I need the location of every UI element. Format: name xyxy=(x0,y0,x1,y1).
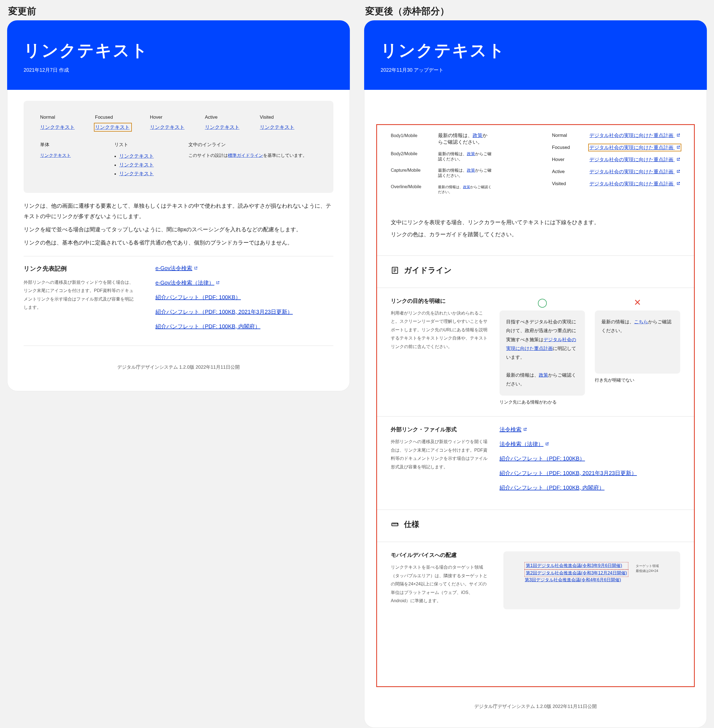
page-title-after: リンクテキスト xyxy=(381,39,690,62)
inline-prefix: このサイトの設計は xyxy=(188,153,228,158)
state-visited-label: Visited xyxy=(260,114,296,120)
inline-sentence: このサイトの設計は標準ガイドラインを基準にしています。 xyxy=(188,153,307,158)
ext-link-3[interactable]: 紹介パンフレット（PDF: 100KB, 2021年3月23日更新） xyxy=(155,308,333,316)
col-inline-label: 文中のインライン xyxy=(188,141,317,148)
mobile-desc: リンクテキストを並べる場合のターゲット領域（タッパブルエリア）は、隣接するターゲ… xyxy=(391,563,490,605)
ls-link-0[interactable]: デジタル社会の実現に向けた重点計画 xyxy=(590,133,680,138)
sample-link-visited[interactable]: リンクテキスト xyxy=(260,124,296,131)
external-link-icon xyxy=(194,266,198,270)
before-label: 変更前 xyxy=(0,0,357,20)
ext-heading-r: 外部リンク・ファイル形式 xyxy=(391,426,490,433)
spec-heading: 仕様 xyxy=(391,519,680,530)
list-link-1[interactable]: リンクテキスト xyxy=(119,153,154,159)
ls-link-1[interactable]: デジタル社会の実現に向けた重点計画 xyxy=(590,145,680,150)
external-link-icon xyxy=(676,170,680,173)
lead-p3: リンクの色は、基本色の中に定義されている各省庁共通の色であり、個別のブランドカラ… xyxy=(24,237,333,248)
ext-link-r-0[interactable]: 法令検索 xyxy=(500,426,680,433)
bodysize-link-0[interactable]: 政策 xyxy=(472,133,483,138)
external-link-icon xyxy=(676,182,680,185)
example-good-box: 目指すべきデジタル社会の実現に向けて、政府が迅速かつ重点的に実施すべき施策はデジ… xyxy=(500,311,585,396)
date-after: 2022年11月30 アップデート xyxy=(381,67,690,74)
bodysize-link-2[interactable]: 政策 xyxy=(467,168,475,173)
guideline-heading: ガイドライン xyxy=(391,265,680,276)
external-link-icon xyxy=(676,158,680,161)
sample-link-hover[interactable]: リンクテキスト xyxy=(150,124,186,131)
document-icon xyxy=(391,266,399,275)
ext-link-r-3[interactable]: 紹介パンフレット（PDF: 100KB, 2021年3月23日更新） xyxy=(500,470,680,477)
footer-left: デジタル庁デザインシステム 1.2.0版 2022年11月11日公開 xyxy=(24,354,333,380)
page-title: リンクテキスト xyxy=(24,39,333,62)
date-before: 2021年12月7日 作成 xyxy=(24,67,333,74)
bad-caption: 行き先が明確でない xyxy=(595,377,680,383)
external-link-icon xyxy=(523,428,527,431)
mobile-target-note: ターゲット領域 最低値は24×24 xyxy=(636,563,659,573)
footer-right: デジタル庁デザインシステム 1.2.0版 2022年11月11日公開 xyxy=(364,693,707,719)
card-after: リンクテキスト 2022年11月30 アップデート Body1/Mobile最新… xyxy=(364,20,707,728)
inline-link[interactable]: 標準ガイドライン xyxy=(228,153,263,158)
mobile-example-panel: 第1回デジタル社会推進会議(令和3年9月6日開催) 第2回デジタル社会推進会議(… xyxy=(503,551,680,609)
sample-link-focused[interactable]: リンクテキスト xyxy=(95,124,131,131)
mobile-link-0[interactable]: 第1回デジタル社会推進会議(令和3年9月6日開催) xyxy=(526,563,622,568)
mobile-link-2[interactable]: 第3回デジタル社会推進会議(令和4年6月6日開催) xyxy=(525,577,628,583)
link-states-panel: Normalリンクテキスト Focusedリンクテキスト Hoverリンクテキス… xyxy=(24,101,333,193)
ls-k0: Normal xyxy=(552,133,579,138)
bad-mark: ✕ xyxy=(595,297,680,308)
state-focused-label: Focused xyxy=(95,114,131,120)
state-hover-label: Hover xyxy=(150,114,186,120)
external-link-icon xyxy=(676,145,680,149)
ls-k3: Active xyxy=(552,169,579,174)
lead-p1: リンクは、他の画面に遷移する要素として、単独もしくはテキストの中で使われます。読… xyxy=(24,201,333,221)
good-caption: リンク先にある情報がわかる xyxy=(500,399,585,405)
external-link-list: e-Gov法令検索 e-Gov法令検索（法律） 紹介パンフレット（PDF: 10… xyxy=(155,264,333,337)
external-link-icon xyxy=(545,442,549,446)
ruler-icon xyxy=(391,520,399,528)
ext-link-list-r: 法令検索 法令検索（法律） 紹介パンフレット（PDF: 100KB） 紹介パンフ… xyxy=(500,426,680,498)
inline-note-2: リンクの色は、カラーガイドを踏襲してください。 xyxy=(391,229,680,240)
ext-link-r-1[interactable]: 法令検索（法律） xyxy=(500,440,680,448)
divider-2 xyxy=(24,345,333,346)
bodysize-k1: Body2/Mobile xyxy=(391,152,426,156)
ext-link-4[interactable]: 紹介パンフレット（PDF: 100KB, 内閣府） xyxy=(155,323,333,330)
purpose-heading: リンクの目的を明確に xyxy=(391,297,490,305)
ext-link-2[interactable]: 紹介パンフレット（PDF: 100KB） xyxy=(155,294,333,301)
ext-heading: リンク先表記例 xyxy=(24,264,136,273)
bodysize-link-3[interactable]: 政策 xyxy=(463,185,470,189)
bodysize-k3: Overline/Mobile xyxy=(391,184,426,189)
col-list-label: リスト xyxy=(114,141,161,148)
red-change-frame: Body1/Mobile最新の情報は、政策からご確認ください。 Body2/Mo… xyxy=(376,124,695,687)
card-before: リンクテキスト 2021年12月7日 作成 Normalリンクテキスト Focu… xyxy=(7,20,350,391)
purpose-desc: 利用者がリンクの先を訪れたいか決められること。スクリーンリーダーで理解しやすいこ… xyxy=(391,309,490,351)
ext-link-0[interactable]: e-Gov法令検索 xyxy=(155,264,333,272)
single-link[interactable]: リンクテキスト xyxy=(40,153,71,158)
bodysize-link-1[interactable]: 政策 xyxy=(467,152,475,156)
ls-link-2[interactable]: デジタル社会の実現に向けた重点計画 xyxy=(590,157,680,162)
ls-k2: Hover xyxy=(552,157,579,162)
bad-link[interactable]: こちら xyxy=(634,319,648,324)
bodysize-k2: Capture/Mobile xyxy=(391,168,426,173)
sample-link-normal[interactable]: リンクテキスト xyxy=(40,124,76,131)
ext-link-r-4[interactable]: 紹介パンフレット（PDF: 100KB, 内閣府） xyxy=(500,484,680,491)
ext-link-r-2[interactable]: 紹介パンフレット（PDF: 100KB） xyxy=(500,455,680,462)
mobile-link-1[interactable]: 第2回デジタル社会推進会議(令和3年12月24日開催) xyxy=(526,570,627,575)
state-normal-label: Normal xyxy=(40,114,76,120)
ls-link-4[interactable]: デジタル社会の実現に向けた重点計画 xyxy=(590,181,680,186)
ext-link-1[interactable]: e-Gov法令検索（法律） xyxy=(155,279,333,287)
ls-link-3[interactable]: デジタル社会の実現に向けた重点計画 xyxy=(590,169,680,174)
bodysize-k0: Body1/Mobile xyxy=(391,133,426,138)
mobile-heading: モバイルデバイスへの配慮 xyxy=(391,551,490,559)
good-mark: ◯ xyxy=(500,297,585,308)
sample-link-active[interactable]: リンクテキスト xyxy=(205,124,241,131)
example-bad-box: 最新の情報は、こちらからご確認ください。 xyxy=(595,311,680,374)
ls-k4: Visited xyxy=(552,181,579,186)
lead-p2: リンクを縦で並べる場合は間違ってタップしないように、間に8pxのスペーシングを入… xyxy=(24,224,333,235)
state-active-label: Active xyxy=(205,114,241,120)
list-link-3[interactable]: リンクテキスト xyxy=(119,171,154,176)
external-link-icon xyxy=(676,133,680,137)
header-before: リンクテキスト 2021年12月7日 作成 xyxy=(7,20,350,90)
good-link-2[interactable]: 政策 xyxy=(539,372,548,378)
link-list: リンクテキスト リンクテキスト リンクテキスト xyxy=(114,153,161,177)
after-label: 変更後（赤枠部分） xyxy=(357,0,714,20)
ext-desc-r: 外部リンクへの遷移及び新規ウィンドウを開く場合は、リンク末尾にアイコンを付けます… xyxy=(391,438,490,471)
ext-desc: 外部リンクへの遷移及び新規ウィンドウを開く場合は、リンク末尾にアイコンを付けます… xyxy=(24,278,136,312)
list-link-2[interactable]: リンクテキスト xyxy=(119,162,154,168)
